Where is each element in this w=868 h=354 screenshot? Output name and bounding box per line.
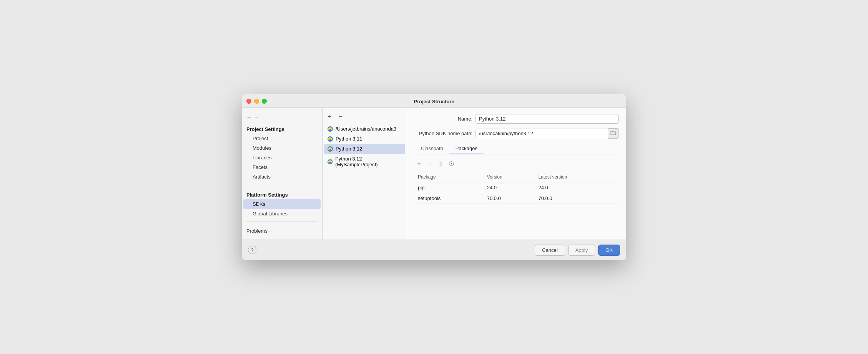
apply-button[interactable]: Apply	[568, 245, 595, 256]
minimize-button[interactable]	[254, 99, 259, 104]
sdk-list-panel: + − /Users/jetbrains/anaconda3 Python 3.…	[323, 108, 407, 240]
back-arrow-icon[interactable]: ←	[246, 114, 252, 120]
bottom-bar: ? Cancel Apply OK	[242, 240, 626, 260]
python-icon	[327, 136, 333, 142]
detail-panel: Name: Python SDK home path: Cl	[407, 108, 626, 240]
packages-toolbar: + − ⇧ ☉	[415, 157, 619, 170]
project-settings-header: Project Settings	[242, 122, 322, 134]
tab-classpath[interactable]: Classpath	[415, 143, 449, 154]
package-name-pip: pip	[415, 182, 484, 193]
sidebar-divider-2	[246, 222, 318, 222]
package-latest-pip: 24.0	[535, 182, 619, 193]
remove-sdk-button[interactable]: −	[336, 112, 345, 121]
window-title: Project Structure	[414, 99, 454, 104]
sidebar-item-artifacts[interactable]: Artifacts	[243, 172, 321, 182]
python-icon	[327, 146, 333, 152]
table-row[interactable]: setuptools 70.0.0 70.0.0	[415, 193, 619, 203]
table-row[interactable]: pip 24.0 24.0	[415, 182, 619, 193]
remove-package-button[interactable]: −	[426, 160, 434, 168]
help-button[interactable]: ?	[248, 246, 256, 254]
upload-package-button[interactable]: ⇧	[436, 160, 445, 168]
sdk-path-label: Python SDK home path:	[415, 131, 472, 136]
project-structure-window: Project Structure ← → Project Settings P…	[242, 94, 626, 260]
sdk-path-input-group	[476, 128, 619, 139]
folder-icon	[610, 130, 616, 136]
python-icon	[327, 159, 333, 165]
cancel-button[interactable]: Cancel	[535, 245, 565, 256]
titlebar: Project Structure	[242, 94, 626, 108]
package-name-setuptools: setuptools	[415, 193, 484, 203]
sidebar-item-project[interactable]: Project	[243, 134, 321, 143]
package-version-pip: 24.0	[484, 182, 535, 193]
sidebar: ← → Project Settings Project Modules Lib…	[242, 108, 323, 240]
name-label: Name:	[415, 116, 472, 122]
traffic-lights	[246, 99, 267, 104]
col-package: Package	[415, 172, 484, 182]
sidebar-item-libraries[interactable]: Libraries	[243, 153, 321, 162]
nav-row: ← →	[242, 112, 322, 122]
package-version-setuptools: 70.0.0	[484, 193, 535, 203]
name-field-row: Name:	[415, 114, 619, 124]
sidebar-problems[interactable]: Problems	[242, 225, 322, 236]
platform-settings-header: Platform Settings	[242, 188, 322, 199]
sdk-toolbar: + −	[323, 111, 407, 124]
python-icon	[327, 126, 333, 132]
sdk-item-python311[interactable]: Python 3.11	[324, 134, 405, 144]
bottom-actions: Cancel Apply OK	[535, 245, 620, 256]
sdk-item-python312[interactable]: Python 3.12	[324, 144, 405, 154]
name-input[interactable]	[476, 114, 619, 124]
sidebar-item-global-libraries[interactable]: Global Libraries	[243, 209, 321, 218]
sdk-item-anaconda3[interactable]: /Users/jetbrains/anaconda3	[324, 124, 405, 134]
col-latest: Latest version	[535, 172, 619, 182]
sidebar-item-modules[interactable]: Modules	[243, 143, 321, 153]
package-latest-setuptools: 70.0.0	[535, 193, 619, 203]
eye-package-button[interactable]: ☉	[447, 160, 456, 168]
sdk-path-input[interactable]	[476, 129, 608, 138]
browse-button[interactable]	[608, 128, 619, 139]
sidebar-item-facets[interactable]: Facets	[243, 162, 321, 172]
sdk-path-field-row: Python SDK home path:	[415, 128, 619, 139]
maximize-button[interactable]	[262, 99, 267, 104]
forward-arrow-icon[interactable]: →	[254, 114, 259, 120]
close-button[interactable]	[246, 99, 251, 104]
tab-packages[interactable]: Packages	[449, 143, 484, 154]
tabs-row: Classpath Packages	[415, 143, 619, 154]
ok-button[interactable]: OK	[598, 245, 620, 256]
sidebar-divider	[246, 185, 318, 185]
main-content: ← → Project Settings Project Modules Lib…	[242, 108, 626, 240]
sdk-item-python312-sample[interactable]: Python 3.12 (MySampleProject)	[324, 154, 405, 169]
sidebar-item-sdks[interactable]: SDKs	[243, 199, 321, 209]
add-package-button[interactable]: +	[415, 160, 423, 168]
col-version: Version	[484, 172, 535, 182]
add-sdk-button[interactable]: +	[326, 112, 334, 121]
packages-table: Package Version Latest version pip 24.0 …	[415, 172, 619, 204]
